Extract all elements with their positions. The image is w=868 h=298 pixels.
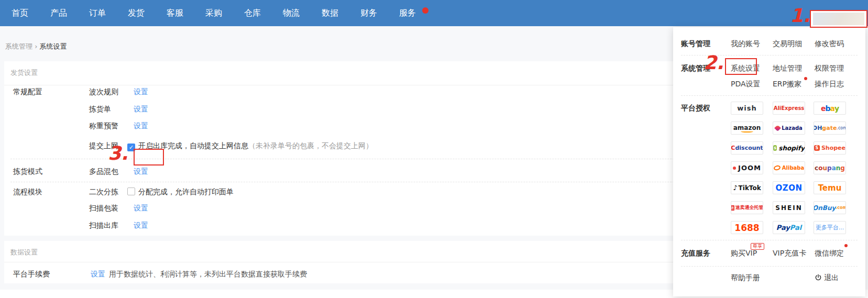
nav-item-logistics[interactable]: 物流 — [283, 8, 300, 19]
platform-alibaba[interactable]: Alibaba — [773, 161, 805, 174]
nav-item-orders[interactable]: 订单 — [89, 8, 106, 19]
second-sorting-text: 分配完成，允许自动打印面单 — [138, 187, 234, 196]
wish-logo: wish — [737, 104, 756, 112]
section-title-data: 数据设置 — [10, 248, 38, 257]
menu-item-permission-management[interactable]: 权限管理 — [815, 63, 844, 73]
platform-1688[interactable]: 1688 — [731, 221, 763, 234]
checkbox-checked[interactable]: ✓ — [127, 144, 135, 151]
second-sorting-option: 分配完成，允许自动打印面单 — [127, 186, 234, 197]
menu-item-operation-log[interactable]: 操作日志 — [815, 79, 844, 89]
wechat-binding-dot — [844, 244, 848, 247]
coupang-logo: c — [815, 164, 818, 172]
submit-online-text: 开启出库完成，自动提交上网信息 — [138, 141, 248, 150]
breadcrumb-separator: › — [35, 42, 37, 50]
nav-item-purchasing[interactable]: 采购 — [205, 8, 222, 19]
picking-list-setting-link[interactable]: 设置 — [134, 104, 148, 114]
wave-rule-setting-link[interactable]: 设置 — [134, 86, 148, 97]
row-label-platform-fee: 平台手续费 — [13, 269, 50, 279]
panel-label-system: 系统管理 — [681, 63, 710, 73]
menu-item-my-account[interactable]: 我的账号 — [731, 38, 760, 49]
row-label-scan-packing: 扫描包装 — [89, 203, 118, 213]
platform-onbuy[interactable]: OnBuy.com — [814, 201, 846, 214]
platform-aliexpress[interactable]: AliExpress — [773, 102, 805, 115]
nav-item-shipping[interactable]: 发货 — [128, 8, 145, 19]
group-label-general: 常规配置 — [13, 86, 42, 97]
platform-fee-setting-link[interactable]: 设置 — [91, 269, 105, 279]
joom-dot-icon — [733, 167, 736, 170]
menu-item-vip-card[interactable]: VIP充值卡 — [773, 248, 806, 258]
alibaba-logo: Alibaba — [782, 165, 804, 171]
menu-item-pda-settings[interactable]: PDA设置 — [731, 79, 761, 89]
vip-badge: 尊享 — [751, 243, 764, 250]
aliexpress-managed-logo: 速卖通全托管 — [735, 204, 764, 211]
platform-more[interactable]: 更多平台... — [814, 221, 846, 234]
platform-shopify[interactable]: sshopify — [773, 141, 805, 154]
logout-label: 退出 — [824, 273, 839, 282]
platform-ozon[interactable]: OZON — [773, 181, 805, 194]
row-label-scan-outbound: 扫描出库 — [89, 220, 118, 230]
nav-item-customer-service[interactable]: 客服 — [167, 8, 183, 19]
platform-amazon[interactable]: amazon — [731, 122, 763, 135]
user-dropdown-panel: 账号管理 我的账号 交易明细 修改密码 系统管理 系统设置 地址管理 权限管理 … — [673, 27, 865, 296]
menu-item-transactions[interactable]: 交易明细 — [773, 38, 802, 49]
cdiscount-logo: C — [731, 145, 735, 151]
nav-item-warehouse[interactable]: 仓库 — [244, 8, 261, 19]
platform-ebay[interactable]: ebay — [814, 102, 846, 115]
erp-migration-dot — [804, 77, 807, 80]
platform-cdiscount[interactable]: Cdiscount — [731, 141, 763, 154]
platform-temu[interactable]: Temu — [814, 181, 846, 194]
scan-outbound-setting-link[interactable]: 设置 — [134, 220, 148, 230]
platform-dhgate[interactable]: DHgate.com — [814, 122, 846, 135]
platform-wish[interactable]: wish — [731, 102, 763, 115]
user-avatar[interactable] — [810, 10, 867, 28]
breadcrumb-parent[interactable]: 系统管理 — [5, 42, 32, 50]
platform-joom[interactable]: JOOM — [731, 161, 763, 174]
platform-aliexpress-managed[interactable]: 速速卖通全托管 — [731, 201, 763, 214]
amazon-logo: amazon — [733, 124, 761, 133]
platform-coupang[interactable]: coupang — [814, 161, 846, 174]
menu-item-help-manual[interactable]: 帮助手册 — [731, 272, 760, 283]
shopee-bag-icon: S — [814, 145, 820, 151]
scan-packing-setting-link[interactable]: 设置 — [134, 203, 148, 213]
platform-tiktok[interactable]: ♪TikTok — [731, 181, 763, 194]
paypal-logo: Pay — [776, 224, 790, 231]
nav-item-products[interactable]: 产品 — [50, 8, 67, 19]
row-label-wave-rule: 波次规则 — [89, 86, 118, 97]
power-icon — [815, 274, 822, 281]
temu-logo: Temu — [818, 183, 842, 193]
logo-1688: 1688 — [734, 223, 759, 233]
menu-item-system-settings[interactable]: 系统设置 — [731, 63, 760, 73]
row-label-multi-mix: 多品混包 — [89, 166, 118, 176]
avatar-image — [813, 13, 864, 25]
shopify-bag-icon: s — [773, 145, 777, 151]
nav-item-home[interactable]: 首页 — [12, 8, 28, 19]
row-label-weight-alert: 称重预警 — [89, 120, 118, 131]
shopee-logo: Shopee — [821, 145, 845, 151]
row-label-second-sorting: 二次分拣 — [89, 186, 118, 197]
checkbox-unchecked[interactable] — [127, 187, 135, 195]
lazada-heart-icon — [774, 125, 781, 131]
nav-item-service[interactable]: 服务 — [399, 8, 416, 19]
platform-shein[interactable]: SHEIN — [773, 201, 805, 214]
alibaba-icon — [773, 164, 781, 171]
shein-logo: SHEIN — [775, 204, 802, 212]
panel-label-account: 账号管理 — [681, 38, 710, 49]
top-navbar: 首页 产品 订单 发货 客服 采购 仓库 物流 数据 财务 服务 — [0, 0, 868, 26]
menu-item-change-password[interactable]: 修改密码 — [815, 38, 844, 49]
platform-fee-description: 用于数据统计、利润计算等，未列出平台数据直接获取手续费 — [109, 269, 307, 279]
menu-item-wechat-binding[interactable]: 微信绑定 — [815, 248, 844, 258]
ozon-logo: OZON — [776, 183, 803, 193]
menu-item-address-management[interactable]: 地址管理 — [773, 63, 802, 73]
weight-alert-setting-link[interactable]: 设置 — [134, 120, 148, 131]
nav-item-finance[interactable]: 财务 — [360, 8, 377, 19]
platform-shopee[interactable]: SShopee — [814, 141, 846, 154]
lazada-logo: Lazada — [782, 125, 803, 131]
platform-lazada[interactable]: Lazada — [773, 122, 805, 135]
platform-paypal[interactable]: PayPal — [773, 221, 805, 234]
panel-label-platform-auth: 平台授权 — [681, 103, 710, 113]
multi-mix-setting-link[interactable]: 设置 — [134, 166, 148, 176]
shopify-logo: shopify — [778, 145, 805, 152]
nav-item-data[interactable]: 数据 — [322, 8, 338, 19]
menu-item-logout[interactable]: 退出 — [815, 272, 839, 283]
menu-item-erp-migration[interactable]: ERP搬家 — [773, 79, 801, 89]
